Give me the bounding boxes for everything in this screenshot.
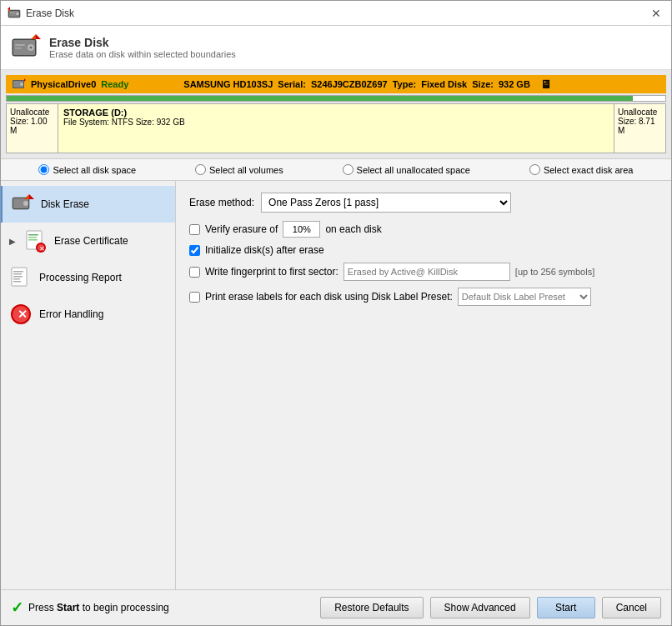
svg-rect-25 [28,237,37,238]
disk-header-action-icon[interactable]: 🖥 [540,78,552,91]
disk-partitions: Unallocate Size: 1.00 M STORAGE (D:) Fil… [6,103,666,153]
select-option-exact[interactable]: Select exact disk area [529,164,634,175]
partition-unallocated-right: Unallocate Size: 8.71 M [614,104,665,153]
radio-exact[interactable] [529,164,540,175]
select-option-exact-label: Select exact disk area [544,165,634,175]
disk-status: Ready [101,79,128,89]
svg-rect-33 [13,273,22,275]
title-bar-title: Erase Disk [26,8,74,19]
sidebar-label-erase-cert: Erase Certificate [54,235,128,247]
title-bar: Erase Disk ✕ [1,1,671,26]
select-option-all-disk[interactable]: Select all disk space [38,164,136,175]
fingerprint-input[interactable] [344,263,510,281]
svg-rect-3 [10,13,15,13]
status-suffix: to begin processing [79,602,168,613]
svg-point-16 [20,83,23,86]
svg-rect-32 [13,271,23,273]
verify-checkbox[interactable] [189,224,200,235]
radio-all-disk[interactable] [38,164,49,175]
restore-defaults-button[interactable]: Restore Defaults [320,597,423,618]
bottom-left: ✓ Press Start to begin processing [11,598,169,617]
verify-percent-input[interactable] [283,221,320,238]
partition-storage-name: STORAGE (D:) [63,108,609,118]
app-subtitle: Erase data on disk within selected bound… [49,49,236,59]
start-button[interactable]: Start [537,597,595,618]
sidebar-item-disk-erase[interactable]: Disk Erase [1,186,175,223]
right-panel: Erase method: One Pass Zeros [1 pass] Ve… [176,181,671,589]
radio-unallocated[interactable] [343,164,354,175]
main-window: Erase Disk ✕ Erase Disk Erase data on di… [0,0,672,626]
print-labels-checkbox[interactable] [189,292,200,303]
erase-method-row: Erase method: One Pass Zeros [1 pass] [189,193,658,213]
initialize-label: Initialize disk(s) after erase [205,244,324,256]
partition-right-size: Size: 8.71 M [618,117,654,135]
radio-all-volumes[interactable] [195,164,206,175]
main-content: Disk Erase ▶ ✕ ✕ Erase Cert [1,181,671,589]
verify-suffix: on each disk [325,223,381,235]
svg-rect-10 [15,44,25,46]
svg-point-20 [23,201,28,206]
error-handling-icon: ✕ [9,303,33,326]
disk-size: 932 GB [499,79,530,89]
fingerprint-checkbox[interactable] [189,267,200,278]
app-title: Erase Disk [49,36,236,49]
disk-size-label: Size: [472,79,494,89]
sidebar-item-error-handling[interactable]: ✕ Error Handling [1,296,175,333]
status-prefix: Press [28,602,57,613]
partition-storage-fs: File System: NTFS Size: 932 GB [63,118,609,127]
svg-point-9 [30,47,33,49]
disk-select-options: Select all disk space Select all volumes… [1,159,671,181]
app-logo-icon [11,33,41,63]
disk-header: PhysicalDrive0 Ready SAMSUNG HD103SJ Ser… [6,75,666,93]
disk-type: Fixed Disk [421,79,467,89]
svg-marker-13 [31,34,36,39]
svg-rect-34 [13,276,23,278]
fingerprint-label: Write fingerprint to first sector: [205,266,339,278]
disk-label-select[interactable]: Default Disk Label Preset [458,288,591,306]
bottom-buttons: Restore Defaults Show Advanced Start Can… [320,597,661,618]
svg-marker-21 [29,194,34,199]
disk-type-label: Type: [393,79,417,89]
title-icon [8,7,21,20]
disk-serial: S246J9CZB0Z697 [311,79,388,89]
partition-unallocated-left: Unallocate Size: 1.00 M [7,104,58,153]
verify-label: Verify erasure of [205,223,278,235]
disk-area: PhysicalDrive0 Ready SAMSUNG HD103SJ Ser… [1,70,671,159]
svg-marker-22 [24,194,29,199]
svg-text:✕: ✕ [39,245,45,253]
close-button[interactable]: ✕ [648,7,664,20]
disk-name: PhysicalDrive0 [31,79,96,89]
initialize-checkbox[interactable] [189,245,200,256]
partition-left-label: Unallocate [10,108,49,117]
svg-marker-17 [24,78,26,82]
app-header: Erase Disk Erase data on disk within sel… [1,26,671,70]
sidebar-label-processing-report: Processing Report [39,272,122,283]
disk-partition-bar-fill [7,96,633,101]
select-option-all-volumes-label: Select all volumes [209,165,283,175]
select-option-all-disk-label: Select all disk space [53,165,136,175]
disk-erase-icon [11,193,34,216]
fingerprint-row: Write fingerprint to first sector: [up t… [189,263,658,281]
select-option-all-volumes[interactable]: Select all volumes [195,164,283,175]
svg-rect-35 [13,278,20,280]
sidebar-label-error-handling: Error Handling [39,308,103,320]
cancel-button[interactable]: Cancel [602,597,661,618]
bottom-bar: ✓ Press Start to begin processing Restor… [1,589,671,625]
print-labels-label: Print erase labels for each disk using D… [205,291,453,303]
disk-model: SAMSUNG HD103SJ [183,79,273,89]
svg-point-2 [17,13,19,15]
svg-rect-24 [28,234,38,236]
print-labels-row: Print erase labels for each disk using D… [189,288,658,306]
verify-row: Verify erasure of on each disk [189,221,658,238]
svg-rect-26 [28,239,38,241]
svg-marker-4 [8,7,10,9]
erase-method-label: Erase method: [189,197,254,208]
sidebar-item-erase-certificate[interactable]: ▶ ✕ ✕ Erase Certificate [1,223,175,259]
status-text: Press Start to begin processing [28,602,169,613]
svg-rect-36 [13,281,21,283]
status-bold: Start [57,602,79,613]
show-advanced-button[interactable]: Show Advanced [430,597,530,618]
select-option-unallocated[interactable]: Select all unallocated space [343,164,470,175]
erase-method-select[interactable]: One Pass Zeros [1 pass] [261,193,511,213]
sidebar-item-processing-report[interactable]: Processing Report [1,259,175,296]
